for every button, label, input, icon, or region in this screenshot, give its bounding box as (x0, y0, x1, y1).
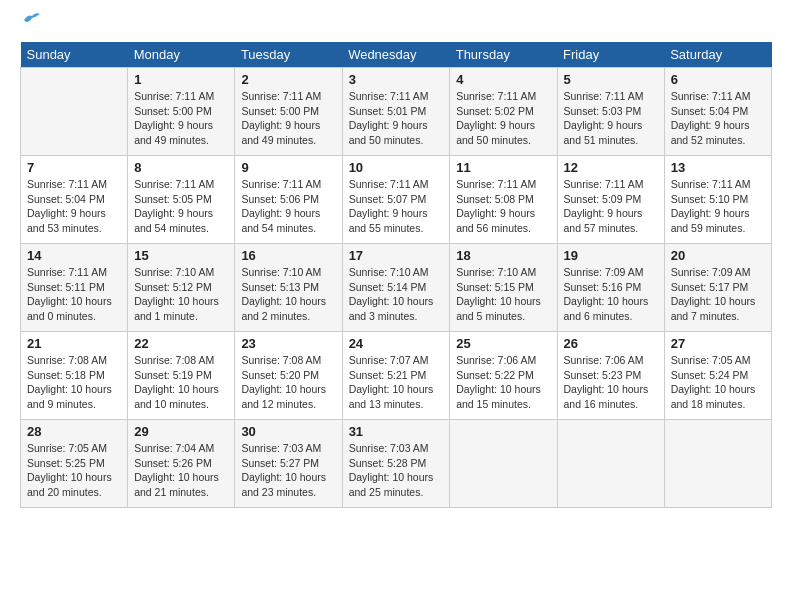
day-info: Sunrise: 7:11 AMSunset: 5:07 PMDaylight:… (349, 177, 444, 236)
week-row-1: 1Sunrise: 7:11 AMSunset: 5:00 PMDaylight… (21, 68, 772, 156)
day-cell (450, 420, 557, 508)
day-number: 26 (564, 336, 658, 351)
day-number: 28 (27, 424, 121, 439)
day-cell: 23Sunrise: 7:08 AMSunset: 5:20 PMDayligh… (235, 332, 342, 420)
day-number: 25 (456, 336, 550, 351)
day-cell: 11Sunrise: 7:11 AMSunset: 5:08 PMDayligh… (450, 156, 557, 244)
day-number: 7 (27, 160, 121, 175)
week-row-3: 14Sunrise: 7:11 AMSunset: 5:11 PMDayligh… (21, 244, 772, 332)
day-info: Sunrise: 7:11 AMSunset: 5:01 PMDaylight:… (349, 89, 444, 148)
day-cell: 17Sunrise: 7:10 AMSunset: 5:14 PMDayligh… (342, 244, 450, 332)
week-row-2: 7Sunrise: 7:11 AMSunset: 5:04 PMDaylight… (21, 156, 772, 244)
day-cell: 6Sunrise: 7:11 AMSunset: 5:04 PMDaylight… (664, 68, 771, 156)
day-number: 14 (27, 248, 121, 263)
day-info: Sunrise: 7:11 AMSunset: 5:08 PMDaylight:… (456, 177, 550, 236)
day-cell: 5Sunrise: 7:11 AMSunset: 5:03 PMDaylight… (557, 68, 664, 156)
day-cell: 19Sunrise: 7:09 AMSunset: 5:16 PMDayligh… (557, 244, 664, 332)
day-number: 8 (134, 160, 228, 175)
day-cell: 22Sunrise: 7:08 AMSunset: 5:19 PMDayligh… (128, 332, 235, 420)
day-number: 4 (456, 72, 550, 87)
day-cell: 1Sunrise: 7:11 AMSunset: 5:00 PMDaylight… (128, 68, 235, 156)
day-cell: 16Sunrise: 7:10 AMSunset: 5:13 PMDayligh… (235, 244, 342, 332)
calendar-table: SundayMondayTuesdayWednesdayThursdayFrid… (20, 42, 772, 508)
day-number: 6 (671, 72, 765, 87)
day-number: 19 (564, 248, 658, 263)
day-info: Sunrise: 7:08 AMSunset: 5:18 PMDaylight:… (27, 353, 121, 412)
day-info: Sunrise: 7:05 AMSunset: 5:25 PMDaylight:… (27, 441, 121, 500)
day-info: Sunrise: 7:08 AMSunset: 5:20 PMDaylight:… (241, 353, 335, 412)
day-info: Sunrise: 7:11 AMSunset: 5:00 PMDaylight:… (241, 89, 335, 148)
day-info: Sunrise: 7:11 AMSunset: 5:09 PMDaylight:… (564, 177, 658, 236)
day-number: 30 (241, 424, 335, 439)
day-info: Sunrise: 7:11 AMSunset: 5:00 PMDaylight:… (134, 89, 228, 148)
day-number: 15 (134, 248, 228, 263)
day-cell: 27Sunrise: 7:05 AMSunset: 5:24 PMDayligh… (664, 332, 771, 420)
day-cell: 28Sunrise: 7:05 AMSunset: 5:25 PMDayligh… (21, 420, 128, 508)
day-number: 20 (671, 248, 765, 263)
day-cell: 2Sunrise: 7:11 AMSunset: 5:00 PMDaylight… (235, 68, 342, 156)
day-number: 23 (241, 336, 335, 351)
col-header-friday: Friday (557, 42, 664, 68)
day-cell: 13Sunrise: 7:11 AMSunset: 5:10 PMDayligh… (664, 156, 771, 244)
day-number: 9 (241, 160, 335, 175)
day-info: Sunrise: 7:11 AMSunset: 5:06 PMDaylight:… (241, 177, 335, 236)
day-info: Sunrise: 7:11 AMSunset: 5:11 PMDaylight:… (27, 265, 121, 324)
day-cell: 25Sunrise: 7:06 AMSunset: 5:22 PMDayligh… (450, 332, 557, 420)
day-cell (21, 68, 128, 156)
col-header-sunday: Sunday (21, 42, 128, 68)
day-cell: 18Sunrise: 7:10 AMSunset: 5:15 PMDayligh… (450, 244, 557, 332)
day-info: Sunrise: 7:06 AMSunset: 5:23 PMDaylight:… (564, 353, 658, 412)
day-number: 5 (564, 72, 658, 87)
day-cell: 9Sunrise: 7:11 AMSunset: 5:06 PMDaylight… (235, 156, 342, 244)
day-number: 21 (27, 336, 121, 351)
day-info: Sunrise: 7:09 AMSunset: 5:17 PMDaylight:… (671, 265, 765, 324)
day-cell: 10Sunrise: 7:11 AMSunset: 5:07 PMDayligh… (342, 156, 450, 244)
day-info: Sunrise: 7:07 AMSunset: 5:21 PMDaylight:… (349, 353, 444, 412)
day-info: Sunrise: 7:03 AMSunset: 5:27 PMDaylight:… (241, 441, 335, 500)
day-cell: 7Sunrise: 7:11 AMSunset: 5:04 PMDaylight… (21, 156, 128, 244)
day-number: 18 (456, 248, 550, 263)
day-number: 27 (671, 336, 765, 351)
day-info: Sunrise: 7:11 AMSunset: 5:03 PMDaylight:… (564, 89, 658, 148)
col-header-tuesday: Tuesday (235, 42, 342, 68)
day-cell (557, 420, 664, 508)
day-info: Sunrise: 7:11 AMSunset: 5:02 PMDaylight:… (456, 89, 550, 148)
day-info: Sunrise: 7:11 AMSunset: 5:05 PMDaylight:… (134, 177, 228, 236)
day-info: Sunrise: 7:10 AMSunset: 5:13 PMDaylight:… (241, 265, 335, 324)
day-info: Sunrise: 7:10 AMSunset: 5:15 PMDaylight:… (456, 265, 550, 324)
logo-bird-icon (22, 12, 40, 26)
day-info: Sunrise: 7:06 AMSunset: 5:22 PMDaylight:… (456, 353, 550, 412)
week-row-5: 28Sunrise: 7:05 AMSunset: 5:25 PMDayligh… (21, 420, 772, 508)
day-info: Sunrise: 7:11 AMSunset: 5:04 PMDaylight:… (27, 177, 121, 236)
day-info: Sunrise: 7:04 AMSunset: 5:26 PMDaylight:… (134, 441, 228, 500)
col-header-wednesday: Wednesday (342, 42, 450, 68)
day-number: 16 (241, 248, 335, 263)
col-header-monday: Monday (128, 42, 235, 68)
day-info: Sunrise: 7:09 AMSunset: 5:16 PMDaylight:… (564, 265, 658, 324)
week-row-4: 21Sunrise: 7:08 AMSunset: 5:18 PMDayligh… (21, 332, 772, 420)
day-number: 24 (349, 336, 444, 351)
day-number: 22 (134, 336, 228, 351)
header-row: SundayMondayTuesdayWednesdayThursdayFrid… (21, 42, 772, 68)
day-info: Sunrise: 7:03 AMSunset: 5:28 PMDaylight:… (349, 441, 444, 500)
day-info: Sunrise: 7:10 AMSunset: 5:12 PMDaylight:… (134, 265, 228, 324)
day-number: 31 (349, 424, 444, 439)
col-header-saturday: Saturday (664, 42, 771, 68)
logo (20, 20, 40, 26)
day-cell: 21Sunrise: 7:08 AMSunset: 5:18 PMDayligh… (21, 332, 128, 420)
day-cell: 4Sunrise: 7:11 AMSunset: 5:02 PMDaylight… (450, 68, 557, 156)
day-cell: 15Sunrise: 7:10 AMSunset: 5:12 PMDayligh… (128, 244, 235, 332)
day-info: Sunrise: 7:11 AMSunset: 5:10 PMDaylight:… (671, 177, 765, 236)
day-cell: 8Sunrise: 7:11 AMSunset: 5:05 PMDaylight… (128, 156, 235, 244)
day-number: 29 (134, 424, 228, 439)
day-info: Sunrise: 7:10 AMSunset: 5:14 PMDaylight:… (349, 265, 444, 324)
day-number: 13 (671, 160, 765, 175)
day-cell: 20Sunrise: 7:09 AMSunset: 5:17 PMDayligh… (664, 244, 771, 332)
day-cell: 14Sunrise: 7:11 AMSunset: 5:11 PMDayligh… (21, 244, 128, 332)
day-cell: 31Sunrise: 7:03 AMSunset: 5:28 PMDayligh… (342, 420, 450, 508)
day-info: Sunrise: 7:11 AMSunset: 5:04 PMDaylight:… (671, 89, 765, 148)
day-info: Sunrise: 7:08 AMSunset: 5:19 PMDaylight:… (134, 353, 228, 412)
day-info: Sunrise: 7:05 AMSunset: 5:24 PMDaylight:… (671, 353, 765, 412)
day-cell: 12Sunrise: 7:11 AMSunset: 5:09 PMDayligh… (557, 156, 664, 244)
day-cell: 3Sunrise: 7:11 AMSunset: 5:01 PMDaylight… (342, 68, 450, 156)
